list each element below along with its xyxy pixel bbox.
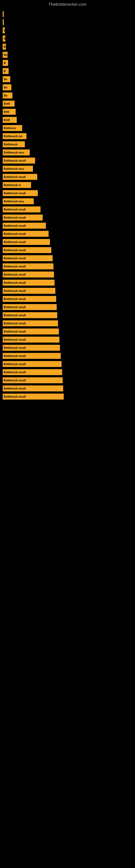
bar-row: Bottleneck result: [3, 222, 135, 229]
bar-row: B: [3, 35, 135, 42]
bar-label: Bottleneck result: [4, 208, 26, 211]
bar-label: Bottleneck result: [4, 176, 26, 179]
bar-row: Bottleneck result: [3, 173, 135, 181]
bar-label: Bottleneck res: [4, 135, 22, 138]
bar-row: Bottleneck result: [3, 360, 135, 368]
bar-item: Bottleneck result: [3, 280, 54, 286]
bar-label: Bottleneck result: [4, 265, 26, 268]
bar-row: Bottleneck result: [3, 246, 135, 254]
bar-label: Bottleneck result: [4, 346, 26, 349]
bar-row: Bottleneck result: [3, 238, 135, 246]
bars-container: BBBBoBBBoBoBoBottlBottBottlBottlenecBott…: [0, 8, 135, 401]
bar-item: Bottlenec: [3, 125, 22, 131]
bar-item: Bottleneck result: [3, 264, 53, 269]
bar-row: Bottleneck: [3, 141, 135, 148]
bar-item: Bottleneck result: [3, 272, 54, 278]
bar-row: B: [3, 67, 135, 75]
bar-item: Bottleneck resu: [3, 198, 34, 204]
bar-row: Bottl: [3, 100, 135, 107]
bar-item: Bottl: [3, 117, 17, 123]
bar-label: Bottleneck resu: [4, 151, 24, 154]
bar-row: Bo: [3, 75, 135, 83]
bar-label: Bottleneck result: [4, 232, 26, 236]
bar-row: Bottleneck resu: [3, 165, 135, 173]
bar-label: Bottleneck resu: [4, 167, 24, 170]
bar-label: Bottleneck resu: [4, 200, 24, 203]
bar-label: Bottleneck result: [4, 354, 26, 358]
site-title-text: TheBottlenecker.com: [0, 0, 135, 8]
bar-row: Bottleneck resu: [3, 197, 135, 205]
bar-item: Bottleneck res: [3, 133, 27, 139]
bar-label: Bottleneck result: [4, 338, 26, 341]
bar-label: Bo: [4, 94, 7, 97]
bar-item: Bo: [3, 52, 8, 58]
bar-label: Bottl: [4, 102, 10, 105]
bar-item: Bottleneck result: [3, 158, 35, 163]
bar-row: Bottleneck result: [3, 279, 135, 286]
bar-item: Bo: [3, 93, 12, 98]
bar-item: Bottleneck result: [3, 223, 46, 229]
bar-label: Bottleneck result: [4, 224, 26, 227]
bar-label: Bo: [4, 78, 7, 81]
bar-label: Bottleneck result: [4, 363, 26, 366]
bar-label: Bottl: [4, 119, 10, 122]
bar-item: [3, 11, 4, 17]
bar-item: Bottleneck result: [3, 385, 63, 392]
bar-item: [3, 19, 4, 25]
bar-row: [3, 10, 135, 18]
bar-label: Bott: [4, 111, 9, 113]
bar-label: Bottleneck result: [4, 216, 26, 219]
bar-row: Bottleneck result: [3, 344, 135, 351]
bar-row: Bottleneck result: [3, 254, 135, 262]
bar-item: Bottleneck result: [3, 394, 64, 400]
bar-item: Bottleneck result: [3, 320, 58, 326]
bar-row: Bottleneck result: [3, 230, 135, 238]
bar-row: Bottleneck result: [3, 303, 135, 311]
bar-label: B: [4, 45, 6, 48]
bar-row: Bottleneck result: [3, 271, 135, 278]
bar-row: Bottleneck re: [3, 181, 135, 189]
bar-item: Bottleneck result: [3, 345, 60, 351]
bar-label: Bo: [4, 86, 7, 89]
bar-label: B: [4, 62, 6, 65]
bar-row: Bottleneck result: [3, 336, 135, 343]
bar-row: Bottleneck result: [3, 214, 135, 221]
bar-label: Bottleneck result: [4, 159, 26, 162]
bar-label: Bottleneck result: [4, 314, 26, 317]
bar-row: Bottleneck result: [3, 262, 135, 270]
bar-label: Bottlenec: [4, 127, 16, 130]
bar-label: Bo: [4, 54, 7, 56]
bar-label: Bottleneck result: [4, 298, 26, 301]
bar-row: Bottl: [3, 116, 135, 124]
bar-row: Bottleneck result: [3, 352, 135, 360]
bar-row: Bo: [3, 92, 135, 99]
bar-label: Bottleneck result: [4, 257, 26, 260]
bar-row: Bottleneck result: [3, 157, 135, 164]
bar-item: Bottleneck result: [3, 207, 41, 212]
bar-row: B: [3, 59, 135, 67]
bar-label: B: [4, 37, 5, 40]
bar-row: Bottleneck result: [3, 376, 135, 384]
bar-item: Bottleneck result: [3, 190, 38, 196]
bar-row: Bottlenec: [3, 124, 135, 132]
bar-item: Bottleneck result: [3, 215, 43, 220]
bar-label: Bottleneck: [4, 143, 17, 146]
bar-item: B: [3, 35, 5, 41]
bar-row: B: [3, 43, 135, 51]
bar-item: Bottleneck result: [3, 369, 62, 375]
bar-label: Bottleneck re: [4, 184, 21, 187]
bar-label: Bottleneck result: [4, 306, 26, 309]
bar-label: Bottleneck result: [4, 241, 26, 244]
bar-row: Bottleneck res: [3, 132, 135, 140]
bar-row: Bottleneck result: [3, 319, 135, 327]
bar-item: Bott: [3, 109, 16, 115]
bar-label: Bottleneck result: [4, 379, 26, 382]
bar-item: Bottleneck result: [3, 174, 37, 180]
bar-row: Bottleneck result: [3, 295, 135, 303]
bar-label: Bottleneck result: [4, 281, 26, 284]
bar-row: Bottleneck result: [3, 384, 135, 392]
bar-item: Bottleneck resu: [3, 166, 33, 172]
bar-row: Bottleneck result: [3, 287, 135, 294]
bar-item: Bottleneck: [3, 141, 25, 147]
bar-label: Bottleneck result: [4, 273, 26, 276]
